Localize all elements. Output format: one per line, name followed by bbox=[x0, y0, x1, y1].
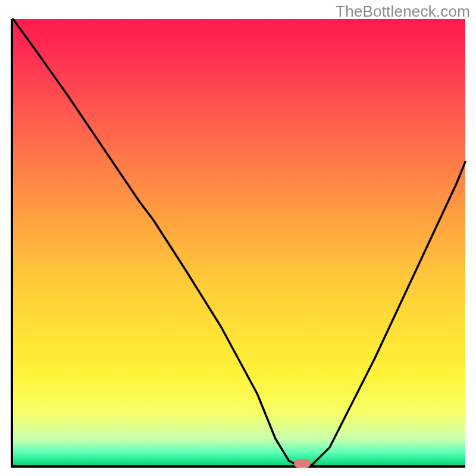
optimal-point-marker bbox=[294, 459, 311, 468]
chart-container: TheBottleneck.com bbox=[0, 0, 476, 476]
plot-frame bbox=[11, 19, 465, 468]
watermark-text: TheBottleneck.com bbox=[336, 2, 470, 21]
bottleneck-curve bbox=[13, 19, 465, 465]
